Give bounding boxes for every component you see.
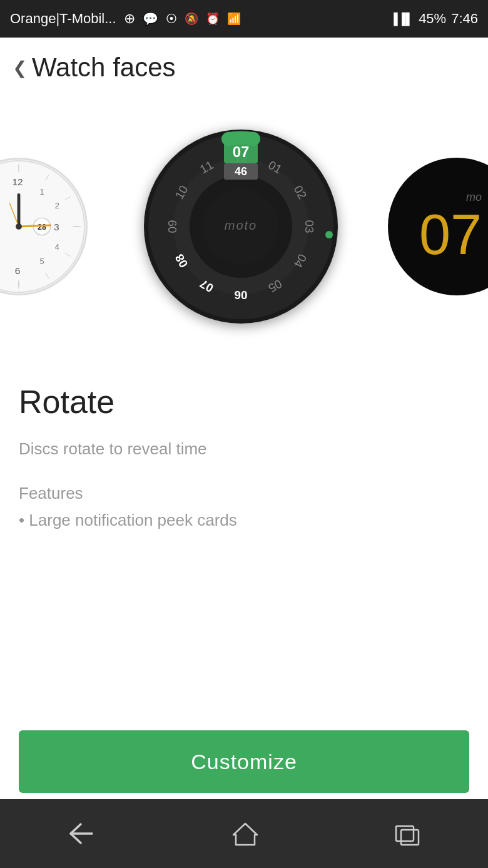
add-icon: ⊕ (124, 11, 135, 27)
svg-point-35 (325, 231, 333, 238)
back-nav[interactable]: ❮ Watch faces (0, 38, 488, 95)
svg-marker-75 (233, 824, 257, 845)
svg-point-18 (16, 223, 22, 230)
svg-text:46: 46 (235, 165, 247, 178)
status-bar-right: ▐▐▌ 45% 7:46 (390, 11, 478, 27)
svg-rect-77 (401, 830, 419, 845)
home-nav-icon (231, 821, 260, 846)
home-nav-button[interactable] (212, 815, 278, 852)
svg-text:2: 2 (55, 202, 59, 210)
analog-watch-svg: 12 3 6 9 1 2 4 5 28 to (0, 160, 86, 294)
digital-watch-content: mo 07 (419, 191, 488, 263)
bullet-icon: • (19, 511, 29, 529)
back-nav-icon (67, 822, 97, 845)
svg-text:6: 6 (15, 265, 21, 276)
svg-text:12: 12 (12, 176, 23, 187)
bluetooth-icon: ⦿ (166, 13, 177, 26)
svg-text:moto: moto (225, 218, 257, 232)
digital-brand-label: mo (419, 191, 482, 204)
digital-hour-display: 07 (419, 207, 482, 263)
mute-icon: 🔕 (185, 12, 198, 26)
svg-rect-76 (396, 826, 414, 841)
watch-face-name: Rotate (19, 383, 469, 421)
page-title: Watch faces (32, 53, 176, 83)
digital-watch-face[interactable]: mo 07 (388, 158, 488, 295)
back-nav-button[interactable] (48, 815, 116, 852)
features-label: Features (19, 484, 469, 503)
navigation-bar (0, 799, 488, 868)
watch-face-carousel[interactable]: 12 3 6 9 1 2 4 5 28 to (0, 95, 488, 358)
messenger-icon: 💬 (143, 11, 158, 26)
rotate-watch-svg: 12 01 02 03 04 05 06 07 08 09 10 11 00 0… (144, 130, 338, 324)
rotate-watch-face[interactable]: 12 01 02 03 04 05 06 07 08 09 10 11 00 0… (144, 130, 338, 324)
svg-text:5: 5 (39, 257, 44, 266)
status-bar-left: Orange|T-Mobil... ⊕ 💬 ⦿ 🔕 ⏰ 📶 (10, 11, 241, 27)
carrier-text: Orange|T-Mobil... (10, 11, 116, 27)
status-bar: Orange|T-Mobil... ⊕ 💬 ⦿ 🔕 ⏰ 📶 ▐▐▌ 45% 7:… (0, 0, 488, 38)
recents-nav-icon (394, 821, 421, 846)
feature-item-1: • Large notification peek cards (19, 511, 469, 530)
analog-watch-face[interactable]: 12 3 6 9 1 2 4 5 28 to (0, 158, 88, 295)
customize-button[interactable]: Customize (19, 730, 469, 793)
watch-description-text: Discs rotate to reveal time (19, 439, 469, 459)
signal-icon: ▐▐▌ (390, 13, 414, 26)
clock-text: 7:46 (451, 11, 478, 27)
svg-text:09: 09 (166, 220, 179, 233)
svg-line-16 (19, 225, 51, 227)
wifi-icon: 📶 (227, 12, 241, 26)
svg-text:28: 28 (38, 223, 46, 232)
svg-text:06: 06 (234, 288, 247, 302)
back-arrow-icon[interactable]: ❮ (13, 58, 27, 78)
svg-text:1: 1 (39, 188, 44, 197)
svg-text:4: 4 (55, 243, 59, 252)
battery-text: 45% (419, 11, 446, 27)
watch-info-section: Rotate Discs rotate to reveal time Featu… (0, 358, 488, 549)
svg-text:03: 03 (303, 220, 316, 233)
recents-nav-button[interactable] (375, 815, 440, 852)
alarm-icon: ⏰ (206, 12, 220, 26)
svg-text:3: 3 (54, 222, 59, 232)
svg-text:07: 07 (233, 143, 250, 160)
